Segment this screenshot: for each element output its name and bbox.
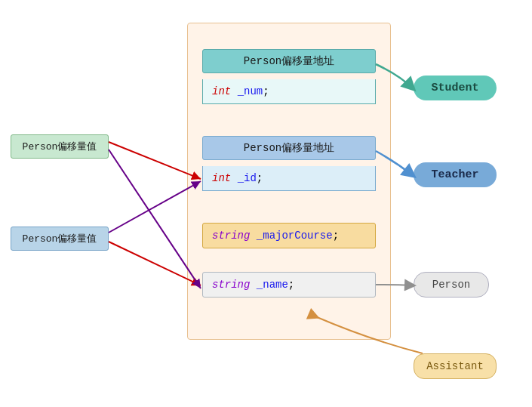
major-field-block: string _majorCourse; — [202, 223, 376, 248]
assistant-box: Assistant — [414, 353, 497, 379]
left-box-2-label: Person偏移量值 — [23, 233, 97, 245]
student-label: Student — [431, 82, 478, 94]
name-string-keyword: string — [212, 279, 250, 291]
person-box: Person — [414, 272, 489, 298]
student-header-label: Person偏移量地址 — [244, 55, 334, 67]
person-label: Person — [432, 279, 470, 291]
name-field-block: string _name; — [202, 272, 376, 298]
student-header-block: Person偏移量地址 — [202, 49, 376, 73]
student-box: Student — [414, 76, 497, 100]
left-box-person-value-2: Person偏移量值 — [11, 227, 109, 251]
teacher-header-block: Person偏移量地址 — [202, 136, 376, 160]
teacher-label: Teacher — [431, 168, 478, 181]
name-var: _name — [257, 279, 288, 291]
assistant-label: Assistant — [426, 360, 484, 372]
left-box-1-label: Person偏移量值 — [23, 141, 97, 153]
teacher-int-keyword: int — [212, 172, 231, 184]
student-num-var: _num — [238, 85, 263, 97]
teacher-field-block: int _id; — [202, 166, 376, 191]
teacher-header-label: Person偏移量地址 — [244, 142, 334, 154]
student-int-keyword: int — [212, 85, 231, 97]
diagram-container: Person偏移量地址 int _num; Person偏移量地址 int _i… — [0, 0, 532, 407]
left-box-person-value-1: Person偏移量值 — [11, 134, 109, 159]
major-string-keyword: string — [212, 230, 250, 242]
teacher-id-var: _id — [238, 172, 257, 184]
teacher-box: Teacher — [414, 162, 497, 187]
major-course-var: _majorCourse — [257, 230, 333, 242]
student-field-block: int _num; — [202, 79, 376, 104]
